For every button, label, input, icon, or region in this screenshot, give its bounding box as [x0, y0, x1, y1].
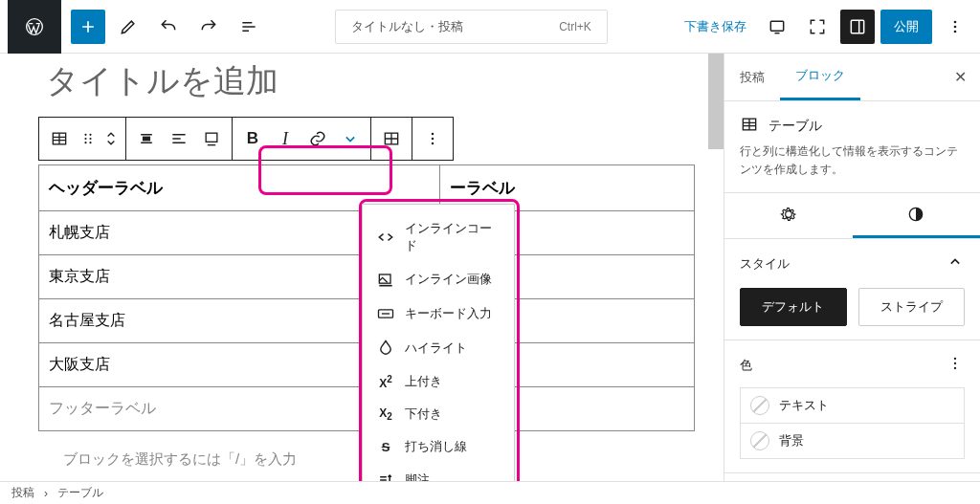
command-shortcut: Ctrl+K — [559, 20, 591, 33]
superscript-icon: X2 — [376, 374, 395, 390]
svg-point-11 — [84, 142, 86, 143]
document-title-bar[interactable]: タイトルなし・投稿 Ctrl+K — [335, 10, 608, 44]
format-strikethrough[interactable]: S打ち消し線 — [363, 430, 514, 463]
svg-point-16 — [432, 133, 434, 136]
undo-button[interactable] — [151, 10, 186, 44]
format-inline-image[interactable]: インライン画像 — [363, 262, 514, 296]
svg-point-10 — [89, 138, 91, 140]
block-name: テーブル — [768, 118, 822, 135]
block-description: 行と列に構造化して情報を表示するコンテンツを作成します。 — [740, 142, 965, 179]
document-overview-button[interactable] — [232, 10, 266, 44]
more-rich-text-popover: インラインコード インライン画像 キーボード入力 ハイライト X2上付き X2下… — [362, 204, 515, 504]
editor-top-toolbar: タイトルなし・投稿 Ctrl+K 下書き保存 公開 — [0, 0, 980, 54]
format-keyboard[interactable]: キーボード入力 — [363, 296, 514, 331]
more-options-button[interactable] — [938, 10, 972, 44]
format-inline-code[interactable]: インラインコード — [363, 212, 514, 262]
svg-point-5 — [954, 30, 957, 33]
block-toolbar: B I — [38, 117, 454, 161]
post-title-placeholder[interactable]: タイトルを追加 — [46, 59, 695, 103]
empty-swatch-icon — [750, 396, 769, 415]
close-sidebar-button[interactable]: ✕ — [941, 68, 980, 86]
breadcrumb-item[interactable]: テーブル — [57, 485, 103, 501]
move-arrows-icon[interactable] — [100, 117, 122, 161]
document-title: タイトルなし・投稿 — [351, 18, 463, 35]
strikethrough-icon: S — [376, 440, 395, 454]
svg-rect-14 — [206, 133, 217, 142]
save-draft-button[interactable]: 下書き保存 — [677, 18, 754, 35]
format-superscript[interactable]: X2上付き — [363, 365, 514, 398]
svg-point-8 — [89, 134, 91, 136]
publish-button[interactable]: 公開 — [880, 10, 932, 44]
add-block-button[interactable] — [71, 10, 105, 44]
svg-point-3 — [954, 20, 957, 23]
table-icon — [740, 115, 759, 137]
block-type-table-icon[interactable] — [43, 117, 76, 161]
fullscreen-button[interactable] — [800, 10, 835, 44]
color-background-row[interactable]: 背景 — [740, 424, 965, 459]
redo-button[interactable] — [191, 10, 226, 44]
editor-scrollbar[interactable] — [708, 54, 724, 149]
block-breadcrumb: 投稿 › テーブル — [0, 481, 980, 504]
style-default-button[interactable]: デフォルト — [740, 288, 847, 326]
edit-mode-icon[interactable] — [111, 10, 145, 44]
preview-device-button[interactable] — [760, 10, 794, 44]
color-more-icon[interactable] — [946, 354, 965, 376]
link-button[interactable] — [301, 117, 334, 161]
format-highlight[interactable]: ハイライト — [363, 331, 514, 365]
settings-sidebar: 投稿 ブロック ✕ テーブル 行と列に構造化して情報を表示するコンテンツを作成し… — [724, 54, 980, 481]
text-align-icon[interactable] — [163, 117, 195, 161]
svg-rect-13 — [144, 137, 150, 140]
chevron-right-icon: › — [44, 487, 48, 500]
svg-point-17 — [432, 138, 434, 141]
color-section-title: 色 — [740, 357, 752, 374]
svg-point-12 — [89, 142, 91, 143]
svg-rect-2 — [851, 20, 863, 33]
svg-point-18 — [432, 142, 434, 145]
svg-point-9 — [84, 138, 86, 140]
breadcrumb-item[interactable]: 投稿 — [11, 485, 34, 501]
block-more-options[interactable] — [416, 117, 449, 161]
caption-icon[interactable] — [195, 117, 228, 161]
more-formats-chevron[interactable] — [334, 117, 367, 161]
image-icon — [376, 270, 395, 289]
editor-canvas: タイトルを追加 B I — [0, 54, 724, 481]
bold-button[interactable]: B — [236, 117, 269, 161]
tab-post[interactable]: 投稿 — [724, 55, 780, 99]
style-stripes-button[interactable]: ストライプ — [858, 288, 966, 326]
align-none-icon[interactable] — [130, 117, 163, 161]
svg-point-25 — [954, 367, 956, 369]
svg-rect-1 — [770, 21, 783, 31]
subscript-icon: X2 — [376, 406, 395, 422]
tab-block[interactable]: ブロック — [780, 54, 860, 100]
chevron-up-icon[interactable] — [946, 252, 965, 274]
table-edit-icon[interactable] — [375, 117, 408, 161]
svg-point-7 — [84, 134, 86, 136]
svg-point-4 — [954, 25, 957, 28]
wordpress-logo[interactable] — [8, 0, 61, 54]
empty-swatch-icon — [750, 431, 769, 450]
style-section-title: スタイル — [740, 255, 790, 273]
code-icon — [376, 228, 395, 247]
droplet-icon — [376, 339, 395, 358]
color-text-row[interactable]: テキスト — [740, 387, 965, 424]
settings-subtab[interactable] — [724, 193, 853, 238]
svg-point-24 — [954, 362, 956, 364]
drag-handle-icon[interactable] — [76, 117, 100, 161]
svg-point-23 — [954, 358, 956, 360]
format-subscript[interactable]: X2下付き — [363, 398, 514, 430]
keyboard-icon — [376, 304, 395, 323]
settings-sidebar-toggle[interactable] — [840, 10, 875, 44]
format-group: B I — [233, 118, 371, 160]
styles-subtab[interactable] — [853, 193, 981, 238]
italic-button[interactable]: I — [269, 117, 301, 161]
